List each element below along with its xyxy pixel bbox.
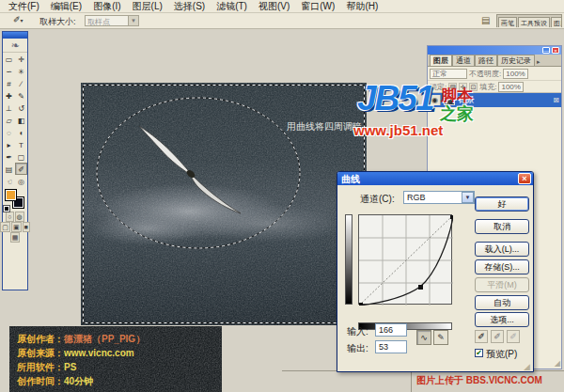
dialog-resize-grip[interactable]: ◢ <box>524 362 530 371</box>
tab-layer-comps[interactable]: 图层复合 <box>551 17 562 27</box>
curve-mode-button[interactable]: ∿ <box>416 330 431 345</box>
layer-thumbnail[interactable] <box>444 96 455 105</box>
panel-resize-grip[interactable]: ◢ <box>555 359 560 368</box>
pen-tool[interactable]: ✒ <box>3 150 15 163</box>
notes-tool[interactable]: ▤ <box>3 163 15 175</box>
curves-dialog-title-bar[interactable]: 曲线 × <box>337 172 533 185</box>
save-button[interactable]: 存储(S)... <box>475 259 529 274</box>
lasso-tool[interactable]: ∽ <box>3 65 15 77</box>
preview-checkbox[interactable]: ✔ <box>475 349 483 357</box>
layer-row-selected[interactable]: ◉ 背景 ⊠ <box>428 93 561 107</box>
cancel-button[interactable]: 取消 <box>475 219 529 234</box>
layer-lock-icon: ⊠ <box>553 96 559 104</box>
brush-tool[interactable]: ✎ <box>15 89 27 102</box>
lock-position-icon[interactable]: ✛ <box>459 83 467 91</box>
history-brush-tool[interactable]: ↺ <box>15 102 27 114</box>
document-canvas[interactable]: 用曲线将四周调暗 <box>81 83 367 325</box>
window-edge-vertical <box>411 370 412 392</box>
tab-paths[interactable]: 路径 <box>475 55 497 66</box>
toolbox-title-bar[interactable] <box>3 32 27 39</box>
options-button[interactable]: 选项... <box>475 312 529 327</box>
opacity-value[interactable]: 100% <box>503 69 527 79</box>
rectangular-marquee-tool[interactable]: ▭ <box>3 53 15 65</box>
layer-visibility-eye-icon[interactable]: ◉ <box>430 95 441 105</box>
tab-brushes[interactable]: 画笔 <box>498 17 517 27</box>
blur-tool[interactable]: ◌ <box>3 126 15 138</box>
sample-size-dropdown[interactable]: 取样点▼ <box>85 15 139 26</box>
upload-note-text: 图片上传于 BBS.VICNC.COM <box>416 374 542 387</box>
slice-tool[interactable]: ∕ <box>15 77 27 89</box>
menu-filter[interactable]: 滤镜(T) <box>211 0 253 12</box>
dialog-close-button[interactable]: × <box>518 173 531 184</box>
dodge-tool[interactable]: ◖ <box>15 126 27 138</box>
tool-grid: ▭ ✛ ∽ ✳ # ∕ ✚ ✎ ⊥ ↺ ▱ ◧ ◌ ◖ ▸ T ✒ ▢ ▤ ✐ … <box>3 53 27 187</box>
default-colors-icon[interactable] <box>4 206 9 212</box>
magic-wand-tool[interactable]: ✳ <box>15 65 27 77</box>
fill-value[interactable]: 100% <box>498 82 523 92</box>
white-point-eyedropper[interactable]: ✐ <box>507 330 520 343</box>
lock-transparency-icon[interactable]: ▨ <box>448 83 457 91</box>
eraser-tool[interactable]: ▱ <box>3 114 15 126</box>
menu-edit[interactable]: 编辑(E) <box>45 0 87 12</box>
menu-layer[interactable]: 图层(L) <box>127 0 168 12</box>
quick-mask-mode-button[interactable]: ◍ <box>15 212 24 222</box>
pencil-mode-button[interactable]: ✎ <box>433 330 448 345</box>
gray-point-eyedropper[interactable]: ✐ <box>491 330 504 343</box>
fullscreen-button[interactable]: ■ <box>23 222 30 232</box>
channel-dropdown-arrow-icon[interactable]: ▼ <box>462 192 474 203</box>
menu-file[interactable]: 文件(F) <box>3 0 45 12</box>
layer-name: 背景 <box>458 94 550 106</box>
panel-close-button[interactable]: × <box>552 47 559 54</box>
tab-history[interactable]: 历史记录 <box>497 55 535 66</box>
jump-to-imageready-button[interactable]: ▦ <box>10 232 21 243</box>
smooth-button: 平滑(M) <box>475 277 529 292</box>
move-tool[interactable]: ✛ <box>15 53 27 65</box>
menu-window[interactable]: 窗口(W) <box>295 0 340 12</box>
ok-button[interactable]: 好 <box>475 196 529 212</box>
healing-brush-tool[interactable]: ✚ <box>3 89 15 102</box>
layers-panel-title-bar[interactable]: — × <box>428 46 561 55</box>
menu-image[interactable]: 图像(I) <box>87 0 126 12</box>
curve-point-selected[interactable] <box>418 285 423 290</box>
standard-mode-button[interactable]: ○ <box>6 212 13 222</box>
eyedropper-tool[interactable]: ✐ <box>15 163 27 175</box>
foreground-color-swatch[interactable] <box>5 189 17 201</box>
credit-author-value: 德漂猪（PP_PIG） <box>64 334 145 344</box>
eyedropper-tool-icon[interactable]: ✐▾ <box>13 15 34 26</box>
load-button[interactable]: 载入(L)... <box>475 242 529 257</box>
panel-menu-arrow-icon[interactable]: ▸ <box>537 58 540 66</box>
credit-software-label: 所用软件： <box>17 362 64 372</box>
path-selection-tool[interactable]: ▸ <box>3 138 15 150</box>
curve-endpoint-highlight[interactable] <box>450 215 453 219</box>
fullscreen-menubar-button[interactable]: ▣ <box>11 222 22 232</box>
black-point-eyedropper[interactable]: ✐ <box>475 330 488 343</box>
gradient-tool[interactable]: ◧ <box>15 114 27 126</box>
auto-button[interactable]: 自动 <box>475 295 529 310</box>
curve-endpoint-shadow[interactable] <box>359 303 363 306</box>
hand-tool[interactable]: ☜ <box>3 175 15 187</box>
output-value-field[interactable]: 53 <box>375 340 407 353</box>
tool-preset-arrow-icon: ▾ <box>21 18 24 24</box>
file-browser-icon[interactable]: ▤ <box>481 15 490 25</box>
panel-minimize-button[interactable]: — <box>542 47 550 54</box>
shape-tool[interactable]: ▢ <box>15 150 27 163</box>
menu-help[interactable]: 帮助(H) <box>340 0 384 12</box>
menu-select[interactable]: 选择(S) <box>168 0 211 12</box>
zoom-tool[interactable]: ◎ <box>15 175 27 187</box>
blend-mode-dropdown[interactable]: 正常 <box>430 69 467 79</box>
tab-layers[interactable]: 图层 <box>430 55 452 66</box>
clone-stamp-tool[interactable]: ⊥ <box>3 102 15 114</box>
menu-view[interactable]: 视图(V) <box>253 0 295 12</box>
output-label: 输出: <box>347 342 368 355</box>
crop-tool[interactable]: # <box>3 77 15 89</box>
curve-grid[interactable] <box>358 214 452 305</box>
tab-channels[interactable]: 通道 <box>452 55 475 66</box>
fill-label: 填充: <box>479 82 496 92</box>
imageready-row: ▦ <box>3 232 27 243</box>
opacity-label: 不透明度: <box>469 69 501 79</box>
type-tool[interactable]: T <box>15 138 27 150</box>
standard-screen-button[interactable]: ▢ <box>0 222 10 232</box>
lock-all-icon[interactable]: ⊡ <box>469 83 478 91</box>
input-value-field[interactable]: 166 <box>375 323 407 337</box>
tab-tool-presets[interactable]: 工具预设 <box>518 17 550 27</box>
